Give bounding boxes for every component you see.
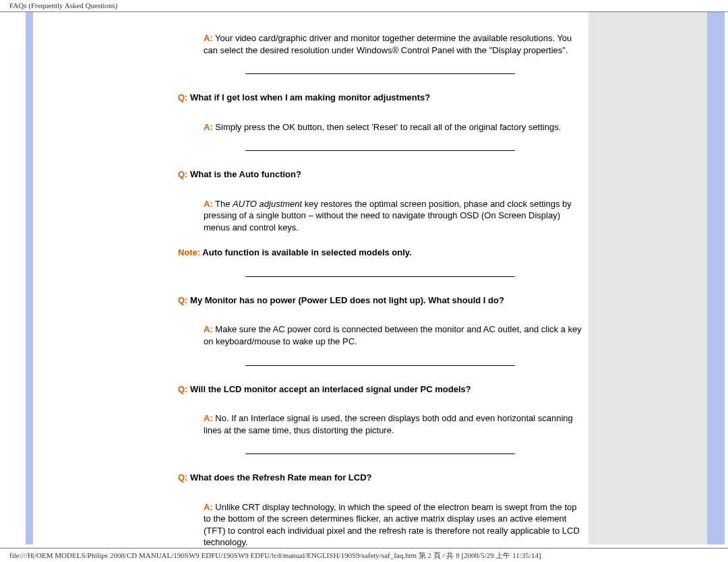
note-text: Auto function is available in selected m… [200,247,412,257]
a-prefix: A: [204,324,213,334]
q-prefix: Q: [178,92,187,102]
faq-question: Q: Will the LCD monitor accept an interl… [178,383,582,396]
q-prefix: Q: [178,384,187,394]
page-footer: file:///H|/OEM MODELS/Philips 2008/CD MA… [0,548,728,562]
a-prefix: A: [204,502,213,512]
separator [245,365,515,366]
separator [245,150,515,151]
a-prefix: A: [204,199,213,209]
faq-answer: A: The AUTO adjustment key restores the … [204,198,582,234]
question-text: Will the LCD monitor accept an interlace… [187,384,471,394]
faq-content: A: Your video card/graphic driver and mo… [178,12,582,549]
faq-answer: A: Unlike CRT display technology, in whi… [204,501,582,549]
faq-answer: A: No. If an Interlace signal is used, t… [204,412,582,436]
faq-question: Q: My Monitor has no power (Power LED do… [178,294,582,307]
answer-text: Unlike CRT display technology, in which … [204,502,580,548]
separator [245,454,515,454]
page-body: A: Your video card/graphic driver and mo… [0,12,728,549]
faq-answer: A: Your video card/graphic driver and mo… [204,32,582,56]
page-header: FAQs (Frequently Asked Questions) [0,0,728,12]
question-text: My Monitor has no power (Power LED does … [187,295,504,305]
faq-note: Note: Auto function is available in sele… [178,247,582,259]
faq-question: Q: What if I get lost when I am making m… [178,92,582,104]
a-prefix: A: [204,413,213,423]
question-text: What is the Auto function? [187,169,301,179]
note-prefix: Note: [178,247,200,257]
faq-question: Q: What is the Auto function? [178,168,582,181]
q-prefix: Q: [178,295,187,305]
answer-text: Make sure the AC power cord is connected… [204,324,582,346]
answer-italic: AUTO adjustment [233,199,302,209]
a-prefix: A: [204,122,213,132]
a-prefix: A: [204,33,213,43]
faq-answer: A: Simply press the OK button, then sele… [204,121,582,133]
q-prefix: Q: [178,472,187,482]
gray-column [588,12,707,544]
separator [245,73,515,74]
answer-text: No. If an Interlace signal is used, the … [204,413,573,435]
question-text: What does the Refresh Rate mean for LCD? [187,472,371,482]
right-stripe [707,12,725,544]
separator [245,276,515,277]
answer-text: Your video card/graphic driver and monit… [204,33,572,55]
faq-answer: A: Make sure the AC power cord is connec… [204,323,582,347]
answer-text-p1: The [213,199,233,209]
left-stripe [26,12,33,544]
answer-text: Simply press the OK button, then select … [213,122,562,132]
faq-question: Q: What does the Refresh Rate mean for L… [178,472,582,484]
question-text: What if I get lost when I am making moni… [187,92,430,102]
q-prefix: Q: [178,169,187,179]
